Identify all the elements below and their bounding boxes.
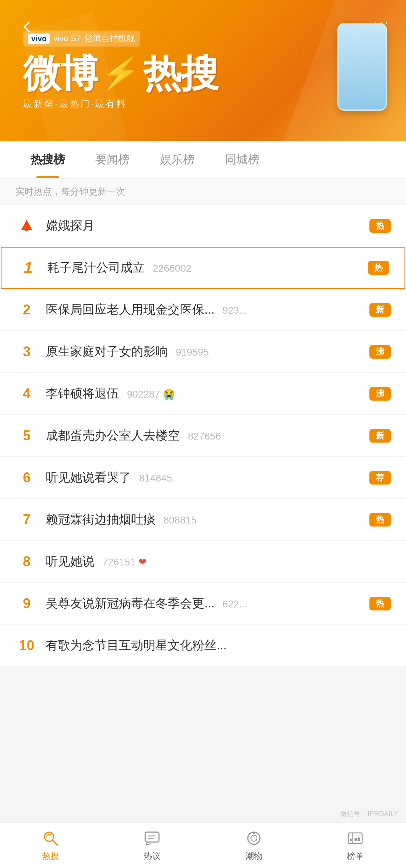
item-badge-4: 沸 [369,387,391,401]
nav-discuss[interactable]: 热议 [101,829,203,862]
trend-icon [245,829,263,847]
svg-line-3 [53,840,58,845]
item-badge-7: 热 [369,513,391,527]
item-title: 嫦娥探月 [46,217,363,234]
nav-label-discuss: 热议 [144,850,160,862]
back-button[interactable] [15,15,38,38]
list-item-5[interactable]: 5 成都蛋壳办公室人去楼空 827656 新 [0,415,406,457]
item-title-3: 原生家庭对子女的影响 919595 [46,343,363,360]
list-item-2[interactable]: 2 医保局回应老人用现金交医保... 923... 新 [0,289,406,331]
banner: ··· vivo vivo S7 轻薄自拍旗舰 微博 ⚡ 热搜 最新鲜·最热门·… [0,0,406,141]
item-badge-2: 新 [369,303,391,317]
rank-icon [346,829,364,847]
item-rank-4: 4 [15,386,38,402]
list-item-10[interactable]: 10 有歌为念节目互动明星文化粉丝... [0,625,406,667]
item-badge-5: 新 [369,429,391,443]
item-rank-1: 1 [17,259,40,277]
list-item-7[interactable]: 7 赖冠霖街边抽烟吐痰 808815 热 [0,499,406,541]
svg-point-9 [253,832,255,834]
tab-entertainment[interactable]: 娱乐榜 [145,141,210,178]
list-item-4[interactable]: 4 李钟硕将退伍 902287 😭 沸 [0,373,406,415]
trending-list: 嫦娥探月 热 1 耗子尾汁公司成立 2266002 热 2 医保局回应老人用现金… [0,205,406,667]
banner-vivo-tag: vivo vivo S7 轻薄自拍旗舰 [23,31,140,47]
list-item-9[interactable]: 9 吴尊友说新冠病毒在冬季会更... 622... 热 [0,583,406,625]
list-item-3[interactable]: 3 原生家庭对子女的影响 919595 沸 [0,331,406,373]
item-badge-hot: 热 [369,219,391,233]
item-count-3: 919595 [176,346,209,358]
tab-news[interactable]: 要闻榜 [80,141,145,178]
item-rank-5: 5 [15,428,38,444]
list-item-8[interactable]: 8 听见她说 726151 ❤ [0,541,406,583]
item-title-10: 有歌为念节目互动明星文化粉丝... [46,637,391,654]
discuss-icon [143,829,161,847]
item-title-2: 医保局回应老人用现金交医保... 923... [46,301,363,318]
item-title-4: 李钟硕将退伍 902287 😭 [46,385,363,402]
item-count-2: 923... [223,304,247,316]
svg-point-8 [251,835,257,841]
item-title-1: 耗子尾汁公司成立 2266002 [47,259,362,276]
item-count-5: 827656 [188,430,221,442]
item-badge-9: 热 [369,597,391,610]
item-title-7: 赖冠霖街边抽烟吐痰 808815 [46,511,363,528]
item-title-9: 吴尊友说新冠病毒在冬季会更... 622... [46,595,363,612]
watermark: 微信号：IPRDAILY [340,809,398,818]
item-rank-10: 10 [15,638,38,654]
item-rank-8: 8 [15,554,38,570]
banner-title-weibo: 微博 [23,54,98,92]
phone-image [337,23,387,111]
tabs-bar: 热搜榜 要闻榜 娱乐榜 同城榜 [0,141,406,179]
item-rank-3: 3 [15,344,38,360]
nav-label-trend: 潮物 [246,850,262,862]
item-title-8: 听见她说 726151 ❤ [46,553,391,570]
item-count-4: 902287 😭 [127,388,175,400]
item-rank-7: 7 [15,512,38,528]
lightning-icon: ⚡ [98,55,143,91]
list-item-6[interactable]: 6 听见她说看哭了 814845 荐 [0,457,406,499]
item-badge-1: 热 [368,261,389,275]
rank-arrow [15,218,38,234]
item-title-6: 听见她说看哭了 814845 [46,469,363,486]
vivo-logo: vivo [28,34,50,44]
nav-label-rank: 榜单 [347,850,364,862]
vivo-tagline: 轻薄自拍旗舰 [85,33,135,44]
vivo-model: vivo S7 [53,34,81,43]
item-rank-6: 6 [15,470,38,486]
banner-subtitle: 最新鲜·最热门·最有料 [23,98,127,110]
nav-hot-search[interactable]: 热搜 [0,829,101,862]
list-item[interactable]: 嫦娥探月 热 [0,205,406,247]
svg-rect-15 [350,839,352,841]
item-count-1: 2266002 [153,262,191,274]
subtitle-bar: 实时热点，每分钟更新一次 [0,179,406,205]
svg-rect-4 [145,832,159,842]
item-badge-6: 荐 [369,471,391,485]
item-count-6: 814845 [139,472,172,484]
item-count-8: 726151 ❤ [103,556,147,568]
search-icon [42,829,60,847]
item-title-5: 成都蛋壳办公室人去楼空 827656 [46,427,363,444]
item-badge-3: 沸 [369,345,391,359]
list-item-highlighted[interactable]: 1 耗子尾汁公司成立 2266002 热 [1,247,405,289]
nav-label-hot-search: 热搜 [42,850,59,862]
nav-trend[interactable]: 潮物 [203,829,305,862]
tab-local[interactable]: 同城榜 [210,141,274,178]
item-count-9: 622... [223,598,247,610]
item-rank-9: 9 [15,596,38,612]
item-count-7: 808815 [164,514,197,526]
svg-rect-1 [25,227,28,231]
svg-rect-13 [355,838,357,841]
banner-title-hot: 热搜 [143,54,218,92]
item-rank-2: 2 [15,302,38,318]
tab-hot-search[interactable]: 热搜榜 [15,141,80,178]
bottom-navigation: 热搜 热议 潮物 [0,822,406,868]
svg-rect-14 [358,837,360,841]
nav-rank[interactable]: 榜单 [305,829,406,862]
